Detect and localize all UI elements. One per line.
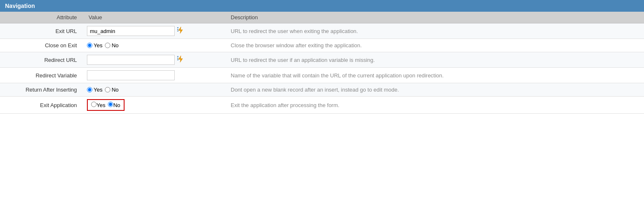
table-row: Return After InsertingYesNoDont open a n… (0, 83, 644, 97)
panel-header: Navigation (0, 0, 644, 12)
description-cell: Dont open a new blank record after an in… (226, 83, 644, 97)
value-cell[interactable] (84, 52, 226, 68)
svg-marker-0 (178, 27, 183, 33)
close-on-exit-radio-input-no[interactable] (105, 43, 110, 48)
exit-url-variable-icon[interactable] (176, 26, 185, 36)
description-cell: Exit the application after processing th… (226, 97, 644, 114)
attribute-cell: Redirect URL (0, 52, 84, 68)
close-on-exit-radio-yes[interactable]: Yes (87, 42, 102, 49)
close-on-exit-radio-group: YesNo (87, 42, 222, 49)
exit-application-radio-no[interactable]: No (108, 102, 120, 108)
return-after-inserting-radio-input-yes[interactable] (87, 87, 92, 92)
description-cell: Close the browser window after exiting t… (226, 39, 644, 52)
svg-marker-4 (178, 56, 183, 62)
return-after-inserting-radio-no[interactable]: No (105, 87, 119, 93)
svg-rect-5 (177, 56, 178, 57)
redirect-url-input[interactable] (87, 55, 175, 65)
exit-application-radio-label-yes: Yes (97, 102, 105, 108)
attribute-cell: Close on Exit (0, 39, 84, 52)
value-cell[interactable] (84, 23, 226, 39)
return-after-inserting-radio-input-no[interactable] (105, 87, 110, 92)
return-after-inserting-radio-label-yes: Yes (94, 87, 102, 93)
value-cell[interactable]: YesNo (84, 39, 226, 52)
col-header-description: Description (226, 12, 644, 23)
table-row: Redirect URL URL to redirect the user if… (0, 52, 644, 68)
panel-title: Navigation (5, 3, 35, 9)
navigation-table: Attribute Value Description Exit URL URL… (0, 12, 644, 114)
table-row: Exit ApplicationYesNoExit the applicatio… (0, 97, 644, 114)
exit-application-radio-input-yes[interactable] (91, 102, 97, 107)
exit-application-highlight-box: YesNo (87, 99, 125, 111)
close-on-exit-radio-label-yes: Yes (94, 42, 102, 49)
value-cell[interactable] (84, 68, 226, 83)
table-row: Close on ExitYesNoClose the browser wind… (0, 39, 644, 52)
value-cell[interactable]: YesNo (84, 83, 226, 97)
attribute-cell: Return After Inserting (0, 83, 84, 97)
close-on-exit-radio-input-yes[interactable] (87, 43, 92, 48)
exit-application-radio-yes[interactable]: Yes (91, 102, 105, 108)
attribute-cell: Redirect Variable (0, 68, 84, 83)
value-cell[interactable]: YesNo (84, 97, 226, 114)
return-after-inserting-radio-group: YesNo (87, 87, 222, 93)
close-on-exit-radio-no[interactable]: No (105, 42, 119, 49)
col-header-attribute: Attribute (0, 12, 84, 23)
svg-rect-2 (177, 29, 178, 30)
redirect-variable-input[interactable] (87, 70, 175, 80)
svg-rect-1 (177, 27, 178, 28)
exit-url-input[interactable] (87, 26, 175, 36)
attribute-cell: Exit Application (0, 97, 84, 114)
redirect-url-variable-icon[interactable] (176, 55, 185, 65)
table-row: Exit URL URL to redirect the user when e… (0, 23, 644, 39)
svg-rect-3 (177, 31, 178, 31)
close-on-exit-radio-label-no: No (112, 42, 119, 49)
return-after-inserting-radio-yes[interactable]: Yes (87, 87, 102, 93)
return-after-inserting-radio-label-no: No (112, 87, 119, 93)
description-cell: URL to redirect the user if an applicati… (226, 52, 644, 68)
exit-application-radio-label-no: No (113, 102, 120, 108)
exit-application-radio-input-no[interactable] (108, 102, 113, 107)
svg-rect-6 (177, 58, 178, 59)
svg-rect-7 (177, 59, 178, 60)
description-cell: Name of the variable that will contain t… (226, 68, 644, 83)
description-cell: URL to redirect the user when exiting th… (226, 23, 644, 39)
table-row: Redirect VariableName of the variable th… (0, 68, 644, 83)
attribute-cell: Exit URL (0, 23, 84, 39)
col-header-value: Value (84, 12, 226, 23)
